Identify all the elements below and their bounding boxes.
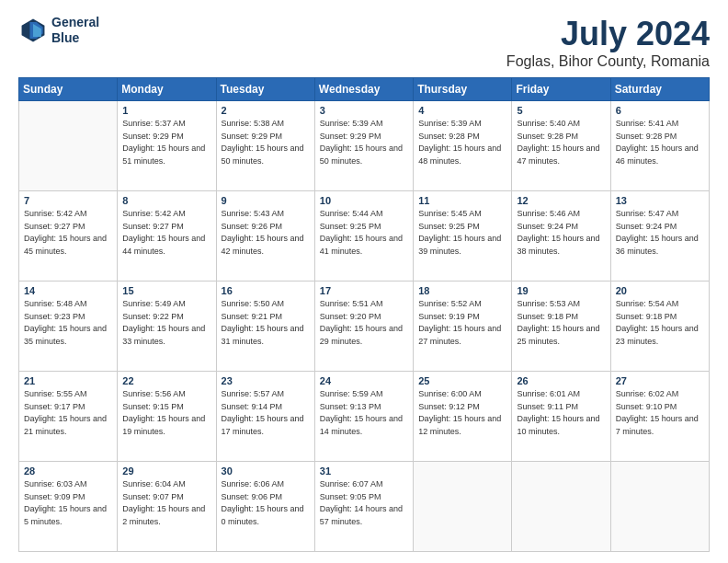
calendar-week-row: 21Sunrise: 5:55 AMSunset: 9:17 PMDayligh… [19, 372, 710, 462]
day-number: 22 [122, 375, 210, 386]
day-info: Sunrise: 6:01 AMSunset: 9:11 PMDaylight:… [517, 388, 605, 438]
calendar-cell: 30Sunrise: 6:06 AMSunset: 9:06 PMDayligh… [216, 462, 314, 552]
day-info: Sunrise: 6:00 AMSunset: 9:12 PMDaylight:… [418, 388, 506, 438]
calendar-cell: 13Sunrise: 5:47 AMSunset: 9:24 PMDayligh… [610, 191, 709, 282]
calendar-cell: 31Sunrise: 6:07 AMSunset: 9:05 PMDayligh… [314, 462, 413, 552]
calendar-cell [512, 462, 610, 552]
day-info: Sunrise: 5:42 AMSunset: 9:27 PMDaylight:… [122, 208, 210, 258]
day-header-wednesday: Wednesday [314, 78, 413, 101]
day-number: 8 [122, 195, 210, 206]
day-info: Sunrise: 5:53 AMSunset: 9:18 PMDaylight:… [517, 298, 605, 348]
calendar-cell [19, 101, 118, 191]
day-number: 23 [222, 375, 310, 386]
day-number: 4 [418, 105, 506, 116]
day-number: 20 [616, 285, 704, 296]
day-info: Sunrise: 5:48 AMSunset: 9:23 PMDaylight:… [24, 298, 112, 348]
calendar-cell: 22Sunrise: 5:56 AMSunset: 9:15 PMDayligh… [118, 372, 216, 462]
day-info: Sunrise: 5:46 AMSunset: 9:24 PMDaylight:… [517, 208, 605, 258]
day-info: Sunrise: 5:41 AMSunset: 9:28 PMDaylight:… [616, 118, 704, 167]
day-info: Sunrise: 5:56 AMSunset: 9:15 PMDaylight:… [122, 388, 210, 438]
calendar-cell: 8Sunrise: 5:42 AMSunset: 9:27 PMDaylight… [118, 191, 216, 282]
day-info: Sunrise: 5:47 AMSunset: 9:24 PMDaylight:… [616, 208, 704, 258]
day-number: 13 [616, 195, 704, 206]
calendar-cell: 28Sunrise: 6:03 AMSunset: 9:09 PMDayligh… [19, 462, 118, 552]
calendar-cell: 26Sunrise: 6:01 AMSunset: 9:11 PMDayligh… [512, 372, 610, 462]
day-info: Sunrise: 5:51 AMSunset: 9:20 PMDaylight:… [320, 298, 408, 348]
day-info: Sunrise: 6:03 AMSunset: 9:09 PMDaylight:… [24, 478, 112, 528]
day-info: Sunrise: 6:04 AMSunset: 9:07 PMDaylight:… [122, 478, 210, 528]
day-number: 12 [517, 195, 605, 206]
calendar-cell: 18Sunrise: 5:52 AMSunset: 9:19 PMDayligh… [414, 282, 512, 372]
day-header-sunday: Sunday [19, 78, 118, 101]
day-number: 27 [616, 375, 704, 386]
calendar-cell: 15Sunrise: 5:49 AMSunset: 9:22 PMDayligh… [118, 282, 216, 372]
calendar-cell: 1Sunrise: 5:37 AMSunset: 9:29 PMDaylight… [118, 101, 216, 191]
calendar-cell: 17Sunrise: 5:51 AMSunset: 9:20 PMDayligh… [314, 282, 413, 372]
calendar-table: SundayMondayTuesdayWednesdayThursdayFrid… [18, 77, 710, 552]
day-info: Sunrise: 5:45 AMSunset: 9:25 PMDaylight:… [418, 208, 506, 258]
calendar-cell: 27Sunrise: 6:02 AMSunset: 9:10 PMDayligh… [610, 372, 709, 462]
day-info: Sunrise: 5:37 AMSunset: 9:29 PMDaylight:… [122, 118, 210, 167]
logo: General Blue [18, 15, 99, 46]
day-number: 10 [320, 195, 408, 206]
day-number: 14 [24, 285, 112, 296]
calendar-week-row: 14Sunrise: 5:48 AMSunset: 9:23 PMDayligh… [19, 282, 710, 372]
day-info: Sunrise: 5:39 AMSunset: 9:28 PMDaylight:… [418, 118, 506, 167]
day-number: 11 [418, 195, 506, 206]
day-number: 28 [24, 465, 112, 477]
calendar-cell: 14Sunrise: 5:48 AMSunset: 9:23 PMDayligh… [19, 282, 118, 372]
calendar-cell: 24Sunrise: 5:59 AMSunset: 9:13 PMDayligh… [314, 372, 413, 462]
day-info: Sunrise: 6:02 AMSunset: 9:10 PMDaylight:… [616, 388, 704, 438]
calendar-week-row: 7Sunrise: 5:42 AMSunset: 9:27 PMDaylight… [19, 191, 710, 282]
day-info: Sunrise: 6:07 AMSunset: 9:05 PMDaylight:… [320, 478, 408, 528]
calendar-cell: 12Sunrise: 5:46 AMSunset: 9:24 PMDayligh… [512, 191, 610, 282]
title-block: July 2024 Foglas, Bihor County, Romania [506, 15, 710, 70]
day-number: 31 [320, 465, 408, 477]
calendar-cell: 29Sunrise: 6:04 AMSunset: 9:07 PMDayligh… [118, 462, 216, 552]
day-info: Sunrise: 5:49 AMSunset: 9:22 PMDaylight:… [122, 298, 210, 348]
calendar-cell: 25Sunrise: 6:00 AMSunset: 9:12 PMDayligh… [414, 372, 512, 462]
day-number: 5 [517, 105, 605, 116]
calendar-header-row: SundayMondayTuesdayWednesdayThursdayFrid… [19, 78, 710, 101]
day-header-friday: Friday [512, 78, 610, 101]
logo-icon [18, 16, 48, 45]
subtitle: Foglas, Bihor County, Romania [506, 53, 710, 70]
day-number: 9 [222, 195, 310, 206]
calendar-cell: 16Sunrise: 5:50 AMSunset: 9:21 PMDayligh… [216, 282, 314, 372]
calendar-cell: 19Sunrise: 5:53 AMSunset: 9:18 PMDayligh… [512, 282, 610, 372]
day-number: 7 [24, 195, 112, 206]
day-info: Sunrise: 5:42 AMSunset: 9:27 PMDaylight:… [24, 208, 112, 258]
calendar-week-row: 28Sunrise: 6:03 AMSunset: 9:09 PMDayligh… [19, 462, 710, 552]
calendar-week-row: 1Sunrise: 5:37 AMSunset: 9:29 PMDaylight… [19, 101, 710, 191]
day-info: Sunrise: 5:44 AMSunset: 9:25 PMDaylight:… [320, 208, 408, 258]
day-number: 17 [320, 285, 408, 296]
day-info: Sunrise: 5:50 AMSunset: 9:21 PMDaylight:… [222, 298, 310, 348]
day-number: 16 [222, 285, 310, 296]
day-info: Sunrise: 5:38 AMSunset: 9:29 PMDaylight:… [222, 118, 310, 167]
day-number: 25 [418, 375, 506, 386]
day-number: 3 [320, 105, 408, 116]
logo-text: General Blue [51, 15, 99, 46]
day-number: 29 [122, 465, 210, 477]
calendar-cell [414, 462, 512, 552]
day-number: 6 [616, 105, 704, 116]
calendar-cell: 20Sunrise: 5:54 AMSunset: 9:18 PMDayligh… [610, 282, 709, 372]
day-info: Sunrise: 5:40 AMSunset: 9:28 PMDaylight:… [517, 118, 605, 167]
day-number: 15 [122, 285, 210, 296]
main-title: July 2024 [506, 15, 710, 53]
day-number: 2 [222, 105, 310, 116]
calendar-cell: 7Sunrise: 5:42 AMSunset: 9:27 PMDaylight… [19, 191, 118, 282]
calendar-cell: 2Sunrise: 5:38 AMSunset: 9:29 PMDaylight… [216, 101, 314, 191]
header: General Blue July 2024 Foglas, Bihor Cou… [18, 15, 710, 70]
calendar-cell: 3Sunrise: 5:39 AMSunset: 9:29 PMDaylight… [314, 101, 413, 191]
page: General Blue July 2024 Foglas, Bihor Cou… [0, 0, 728, 563]
day-info: Sunrise: 5:39 AMSunset: 9:29 PMDaylight:… [320, 118, 408, 167]
day-header-thursday: Thursday [414, 78, 512, 101]
calendar-cell: 11Sunrise: 5:45 AMSunset: 9:25 PMDayligh… [414, 191, 512, 282]
calendar-cell: 9Sunrise: 5:43 AMSunset: 9:26 PMDaylight… [216, 191, 314, 282]
day-info: Sunrise: 5:55 AMSunset: 9:17 PMDaylight:… [24, 388, 112, 438]
calendar-cell: 10Sunrise: 5:44 AMSunset: 9:25 PMDayligh… [314, 191, 413, 282]
day-header-saturday: Saturday [610, 78, 709, 101]
day-number: 26 [517, 375, 605, 386]
calendar-cell: 5Sunrise: 5:40 AMSunset: 9:28 PMDaylight… [512, 101, 610, 191]
